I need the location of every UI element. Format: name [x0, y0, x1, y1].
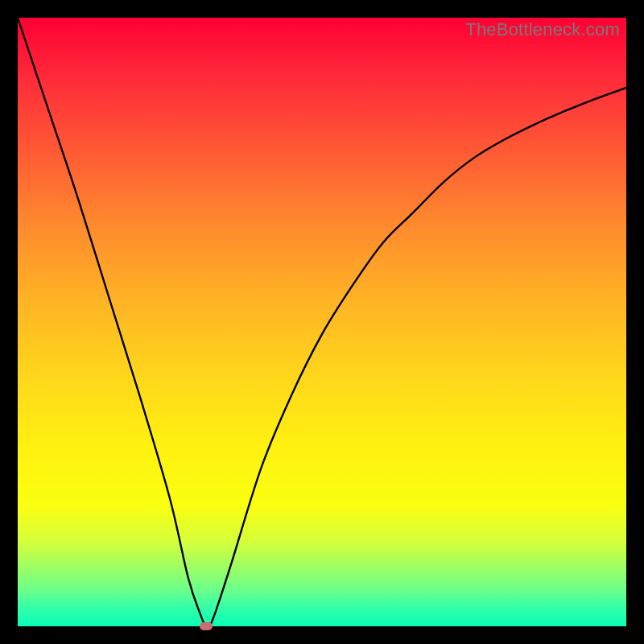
plot-area: TheBottleneck.com: [18, 18, 626, 626]
chart-frame: TheBottleneck.com: [0, 0, 644, 644]
curve-layer: [18, 18, 626, 626]
optimum-marker: [200, 622, 213, 630]
bottleneck-curve: [18, 18, 626, 626]
